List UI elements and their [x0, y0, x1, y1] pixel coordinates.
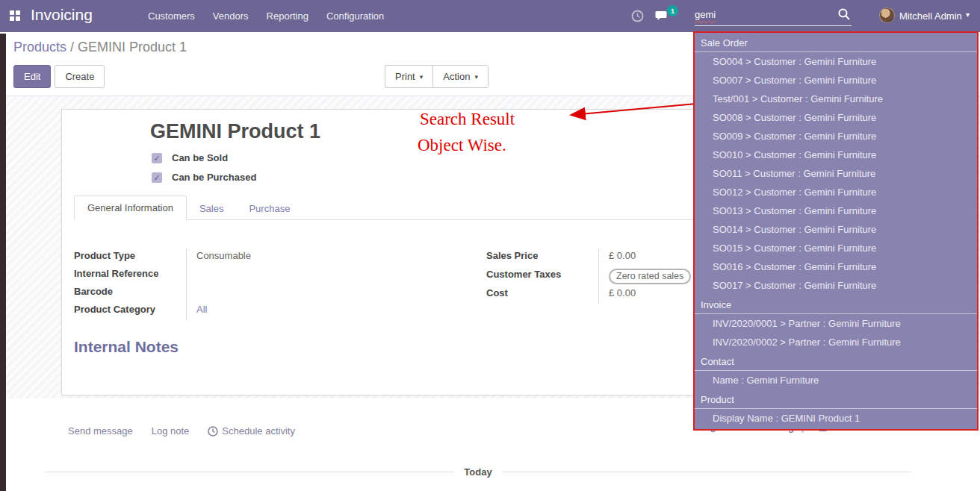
field-label: Internal Reference	[74, 266, 186, 279]
dropdown-item[interactable]: Display Name : GEMINI Product 1	[695, 409, 977, 428]
search-input[interactable]: gemi	[695, 7, 852, 26]
action-dropdown-button[interactable]: Action▾	[432, 65, 489, 88]
activities-clock-icon[interactable]	[631, 10, 644, 25]
field-row-product-type: Product TypeConsumable	[74, 248, 481, 266]
field-label: Customer Taxes	[486, 267, 598, 280]
log-note-button[interactable]: Log note	[152, 425, 190, 437]
field-value: Consumable	[186, 248, 481, 266]
dropdown-item[interactable]: SO008 > Customer : Gemini Furniture	[695, 108, 977, 127]
top-navbar: Invoicing CustomersVendorsReportingConfi…	[0, 0, 980, 32]
schedule-activity-button[interactable]: Schedule activity	[208, 425, 295, 437]
edit-button[interactable]: Edit	[13, 65, 51, 88]
dropdown-group-sale-order: Sale Order	[695, 33, 977, 52]
dropdown-item[interactable]: SO004 > Customer : Gemini Furniture	[695, 52, 977, 71]
caret-down-icon: ▾	[420, 73, 424, 81]
clock-icon	[208, 426, 218, 437]
tax-badge: Zero rated sales	[609, 269, 691, 284]
apps-menu-icon[interactable]	[10, 10, 21, 22]
field-value	[186, 284, 481, 302]
annotation-arrow	[560, 97, 698, 123]
internal-notes-heading: Internal Notes	[74, 338, 179, 356]
field-row-internal-reference: Internal Reference	[74, 266, 481, 284]
send-message-button[interactable]: Send message	[68, 425, 133, 437]
dropdown-group-invoice: Invoice	[695, 295, 977, 314]
product-title: GEMINI Product 1	[150, 120, 320, 143]
fields-left-column: Product TypeConsumableInternal Reference…	[74, 248, 481, 320]
annotation-text-line2: Object Wise.	[418, 136, 506, 155]
checkbox-row: ✓Can be Purchased	[152, 172, 256, 183]
dropdown-item[interactable]: SO017 > Customer : Gemini Furniture	[695, 276, 977, 295]
caret-down-icon: ▾	[474, 73, 478, 81]
navbar-menu: CustomersVendorsReportingConfiguration	[146, 0, 385, 32]
field-value	[186, 266, 481, 284]
checkbox-row: ✓Can be Sold	[152, 152, 256, 163]
tab-sales[interactable]: Sales	[187, 197, 237, 220]
field-label: Cost	[486, 286, 598, 298]
dropdown-item[interactable]: SO014 > Customer : Gemini Furniture	[695, 220, 977, 239]
annotation-text-line1: Search Result	[420, 110, 515, 129]
search-results-dropdown: Sale OrderSO004 > Customer : Gemini Furn…	[693, 31, 979, 431]
form-buttons: Edit Create	[13, 65, 105, 88]
window-edge-stripe	[0, 34, 6, 491]
app-name[interactable]: Invoicing	[31, 6, 93, 24]
chatter-links: Send message Log note Schedule activity	[68, 425, 295, 437]
dropdown-item[interactable]: INV/2020/0002 > Partner : Gemini Furnitu…	[695, 333, 977, 351]
breadcrumb: Products / GEMINI Product 1	[13, 40, 187, 55]
dropdown-item[interactable]: SO011 > Customer : Gemini Furniture	[695, 164, 977, 183]
breadcrumb-products-link[interactable]: Products	[13, 40, 66, 54]
menu-customers[interactable]: Customers	[146, 7, 196, 25]
today-label: Today	[454, 466, 501, 478]
checkbox-can-be-purchased[interactable]: ✓	[152, 172, 162, 183]
checkbox-label: Can be Purchased	[172, 172, 256, 183]
dropdown-item[interactable]: SO016 > Customer : Gemini Furniture	[695, 257, 977, 276]
user-menu-caret-icon[interactable]: ▾	[966, 10, 970, 19]
field-label: Barcode	[74, 284, 186, 297]
checkbox-can-be-sold[interactable]: ✓	[152, 153, 162, 163]
breadcrumb-separator: /	[66, 40, 78, 54]
dropdown-item[interactable]: SO015 > Customer : Gemini Furniture	[695, 239, 977, 257]
search-icon[interactable]	[838, 8, 850, 23]
dropdown-item[interactable]: SO009 > Customer : Gemini Furniture	[695, 127, 977, 146]
dropdown-group-product: Product	[695, 390, 977, 409]
user-avatar[interactable]	[879, 7, 895, 23]
dropdown-item[interactable]: SO010 > Customer : Gemini Furniture	[695, 146, 977, 164]
breadcrumb-current: GEMINI Product 1	[78, 40, 187, 54]
menu-reporting[interactable]: Reporting	[265, 7, 310, 25]
user-menu[interactable]: Mitchell Admin	[899, 10, 962, 22]
menu-vendors[interactable]: Vendors	[211, 7, 250, 25]
tab-general-information[interactable]: General Information	[74, 196, 187, 220]
field-label: Sales Price	[486, 248, 598, 261]
dropdown-item[interactable]: Test/001 > Customer : Gemini Furniture	[695, 90, 977, 108]
create-button[interactable]: Create	[55, 65, 105, 88]
messages-badge[interactable]: 1	[667, 5, 678, 16]
dropdown-group-contact: Contact	[695, 351, 977, 371]
dropdown-item[interactable]: Name : Gemini Furniture	[695, 371, 977, 390]
menu-configuration[interactable]: Configuration	[325, 7, 385, 25]
field-row-barcode: Barcode	[74, 284, 481, 302]
field-row-product-category: Product CategoryAll	[74, 302, 481, 320]
print-action-group: Print▾ Action▾	[385, 65, 489, 88]
field-label: Product Category	[74, 302, 186, 315]
dropdown-item[interactable]: SO007 > Customer : Gemini Furniture	[695, 71, 977, 90]
field-label: Product Type	[74, 248, 186, 261]
checkbox-block: ✓Can be Sold✓Can be Purchased	[152, 152, 256, 191]
tab-purchase[interactable]: Purchase	[236, 197, 303, 220]
checkbox-label: Can be Sold	[172, 152, 228, 163]
print-dropdown-button[interactable]: Print▾	[385, 65, 432, 88]
dropdown-item[interactable]: INV/2020/0001 > Partner : Gemini Furnitu…	[695, 314, 977, 333]
search-query-text: gemi	[695, 7, 852, 23]
dropdown-item[interactable]: SO012 > Customer : Gemini Furniture	[695, 183, 977, 201]
dropdown-item[interactable]: SO013 > Customer : Gemini Furniture	[695, 201, 977, 220]
today-divider: Today	[45, 466, 911, 478]
field-value[interactable]: All	[186, 302, 481, 320]
